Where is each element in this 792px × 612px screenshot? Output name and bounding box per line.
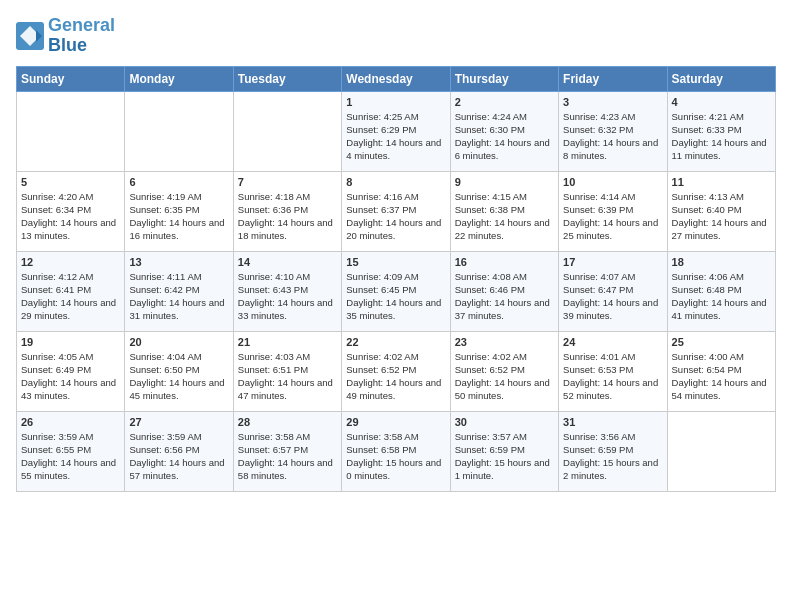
day-number: 16 [455, 256, 554, 268]
week-row-4: 19Sunrise: 4:05 AMSunset: 6:49 PMDayligh… [17, 331, 776, 411]
day-number: 8 [346, 176, 445, 188]
day-number: 19 [21, 336, 120, 348]
calendar-cell: 15Sunrise: 4:09 AMSunset: 6:45 PMDayligh… [342, 251, 450, 331]
day-header-monday: Monday [125, 66, 233, 91]
calendar-cell: 3Sunrise: 4:23 AMSunset: 6:32 PMDaylight… [559, 91, 667, 171]
calendar-table: SundayMondayTuesdayWednesdayThursdayFrid… [16, 66, 776, 492]
day-info: Sunrise: 4:01 AMSunset: 6:53 PMDaylight:… [563, 350, 662, 403]
day-info: Sunrise: 4:20 AMSunset: 6:34 PMDaylight:… [21, 190, 120, 243]
day-number: 18 [672, 256, 771, 268]
day-number: 29 [346, 416, 445, 428]
calendar-cell: 18Sunrise: 4:06 AMSunset: 6:48 PMDayligh… [667, 251, 775, 331]
day-number: 30 [455, 416, 554, 428]
day-header-sunday: Sunday [17, 66, 125, 91]
day-info: Sunrise: 4:03 AMSunset: 6:51 PMDaylight:… [238, 350, 337, 403]
day-info: Sunrise: 3:58 AMSunset: 6:57 PMDaylight:… [238, 430, 337, 483]
calendar-cell: 9Sunrise: 4:15 AMSunset: 6:38 PMDaylight… [450, 171, 558, 251]
calendar-cell: 10Sunrise: 4:14 AMSunset: 6:39 PMDayligh… [559, 171, 667, 251]
day-number: 5 [21, 176, 120, 188]
day-number: 17 [563, 256, 662, 268]
day-number: 20 [129, 336, 228, 348]
day-number: 7 [238, 176, 337, 188]
day-info: Sunrise: 4:16 AMSunset: 6:37 PMDaylight:… [346, 190, 445, 243]
calendar-cell: 8Sunrise: 4:16 AMSunset: 6:37 PMDaylight… [342, 171, 450, 251]
day-number: 24 [563, 336, 662, 348]
day-info: Sunrise: 3:59 AMSunset: 6:55 PMDaylight:… [21, 430, 120, 483]
calendar-cell: 1Sunrise: 4:25 AMSunset: 6:29 PMDaylight… [342, 91, 450, 171]
calendar-cell: 28Sunrise: 3:58 AMSunset: 6:57 PMDayligh… [233, 411, 341, 491]
day-info: Sunrise: 3:58 AMSunset: 6:58 PMDaylight:… [346, 430, 445, 483]
calendar-cell: 26Sunrise: 3:59 AMSunset: 6:55 PMDayligh… [17, 411, 125, 491]
day-info: Sunrise: 4:25 AMSunset: 6:29 PMDaylight:… [346, 110, 445, 163]
day-info: Sunrise: 4:04 AMSunset: 6:50 PMDaylight:… [129, 350, 228, 403]
day-number: 10 [563, 176, 662, 188]
calendar-cell [125, 91, 233, 171]
day-info: Sunrise: 4:24 AMSunset: 6:30 PMDaylight:… [455, 110, 554, 163]
day-header-saturday: Saturday [667, 66, 775, 91]
calendar-cell: 23Sunrise: 4:02 AMSunset: 6:52 PMDayligh… [450, 331, 558, 411]
day-info: Sunrise: 4:10 AMSunset: 6:43 PMDaylight:… [238, 270, 337, 323]
calendar-cell: 4Sunrise: 4:21 AMSunset: 6:33 PMDaylight… [667, 91, 775, 171]
day-number: 9 [455, 176, 554, 188]
week-row-5: 26Sunrise: 3:59 AMSunset: 6:55 PMDayligh… [17, 411, 776, 491]
calendar-cell [233, 91, 341, 171]
day-number: 2 [455, 96, 554, 108]
calendar-cell: 16Sunrise: 4:08 AMSunset: 6:46 PMDayligh… [450, 251, 558, 331]
day-number: 3 [563, 96, 662, 108]
week-row-3: 12Sunrise: 4:12 AMSunset: 6:41 PMDayligh… [17, 251, 776, 331]
day-info: Sunrise: 4:23 AMSunset: 6:32 PMDaylight:… [563, 110, 662, 163]
day-header-friday: Friday [559, 66, 667, 91]
calendar-cell: 29Sunrise: 3:58 AMSunset: 6:58 PMDayligh… [342, 411, 450, 491]
day-info: Sunrise: 4:15 AMSunset: 6:38 PMDaylight:… [455, 190, 554, 243]
day-number: 14 [238, 256, 337, 268]
calendar-cell: 21Sunrise: 4:03 AMSunset: 6:51 PMDayligh… [233, 331, 341, 411]
day-info: Sunrise: 4:07 AMSunset: 6:47 PMDaylight:… [563, 270, 662, 323]
day-info: Sunrise: 4:05 AMSunset: 6:49 PMDaylight:… [21, 350, 120, 403]
logo-icon [16, 22, 44, 50]
calendar-cell: 31Sunrise: 3:56 AMSunset: 6:59 PMDayligh… [559, 411, 667, 491]
day-info: Sunrise: 4:21 AMSunset: 6:33 PMDaylight:… [672, 110, 771, 163]
day-number: 4 [672, 96, 771, 108]
day-number: 26 [21, 416, 120, 428]
calendar-cell: 13Sunrise: 4:11 AMSunset: 6:42 PMDayligh… [125, 251, 233, 331]
calendar-cell: 24Sunrise: 4:01 AMSunset: 6:53 PMDayligh… [559, 331, 667, 411]
day-number: 21 [238, 336, 337, 348]
calendar-cell: 19Sunrise: 4:05 AMSunset: 6:49 PMDayligh… [17, 331, 125, 411]
day-number: 1 [346, 96, 445, 108]
day-info: Sunrise: 4:09 AMSunset: 6:45 PMDaylight:… [346, 270, 445, 323]
calendar-cell [667, 411, 775, 491]
calendar-cell: 27Sunrise: 3:59 AMSunset: 6:56 PMDayligh… [125, 411, 233, 491]
day-number: 28 [238, 416, 337, 428]
day-number: 23 [455, 336, 554, 348]
days-header-row: SundayMondayTuesdayWednesdayThursdayFrid… [17, 66, 776, 91]
day-number: 15 [346, 256, 445, 268]
day-number: 31 [563, 416, 662, 428]
calendar-cell: 12Sunrise: 4:12 AMSunset: 6:41 PMDayligh… [17, 251, 125, 331]
day-number: 13 [129, 256, 228, 268]
day-info: Sunrise: 4:06 AMSunset: 6:48 PMDaylight:… [672, 270, 771, 323]
day-number: 11 [672, 176, 771, 188]
page-header: General Blue [16, 16, 776, 56]
calendar-cell: 11Sunrise: 4:13 AMSunset: 6:40 PMDayligh… [667, 171, 775, 251]
day-number: 27 [129, 416, 228, 428]
calendar-cell: 25Sunrise: 4:00 AMSunset: 6:54 PMDayligh… [667, 331, 775, 411]
day-info: Sunrise: 4:14 AMSunset: 6:39 PMDaylight:… [563, 190, 662, 243]
day-info: Sunrise: 4:08 AMSunset: 6:46 PMDaylight:… [455, 270, 554, 323]
calendar-cell [17, 91, 125, 171]
day-info: Sunrise: 3:59 AMSunset: 6:56 PMDaylight:… [129, 430, 228, 483]
calendar-cell: 2Sunrise: 4:24 AMSunset: 6:30 PMDaylight… [450, 91, 558, 171]
day-number: 6 [129, 176, 228, 188]
calendar-cell: 7Sunrise: 4:18 AMSunset: 6:36 PMDaylight… [233, 171, 341, 251]
day-info: Sunrise: 4:00 AMSunset: 6:54 PMDaylight:… [672, 350, 771, 403]
day-info: Sunrise: 4:02 AMSunset: 6:52 PMDaylight:… [346, 350, 445, 403]
day-number: 22 [346, 336, 445, 348]
day-info: Sunrise: 4:18 AMSunset: 6:36 PMDaylight:… [238, 190, 337, 243]
week-row-2: 5Sunrise: 4:20 AMSunset: 6:34 PMDaylight… [17, 171, 776, 251]
calendar-cell: 14Sunrise: 4:10 AMSunset: 6:43 PMDayligh… [233, 251, 341, 331]
logo-text: General Blue [48, 16, 115, 56]
day-number: 12 [21, 256, 120, 268]
day-info: Sunrise: 4:19 AMSunset: 6:35 PMDaylight:… [129, 190, 228, 243]
day-info: Sunrise: 3:57 AMSunset: 6:59 PMDaylight:… [455, 430, 554, 483]
day-info: Sunrise: 4:02 AMSunset: 6:52 PMDaylight:… [455, 350, 554, 403]
calendar-cell: 5Sunrise: 4:20 AMSunset: 6:34 PMDaylight… [17, 171, 125, 251]
